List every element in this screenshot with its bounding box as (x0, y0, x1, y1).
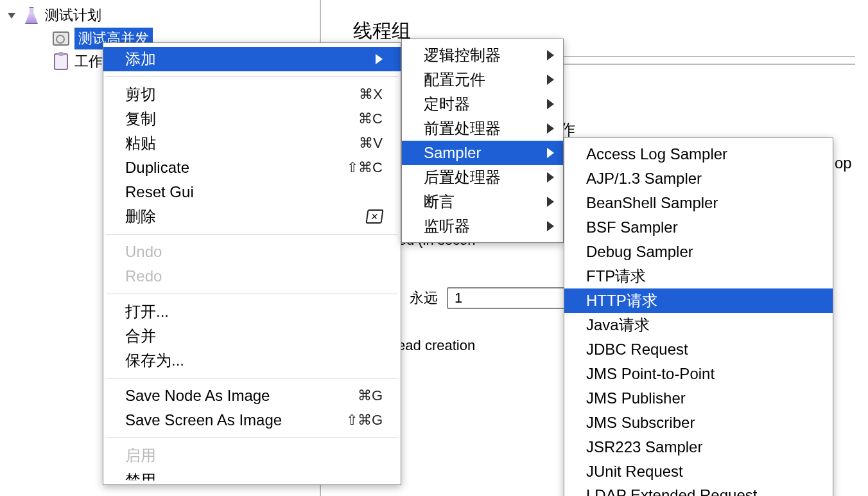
submenu-preprocessor[interactable]: 前置处理器 (402, 116, 563, 141)
menu-savenode-label: Save Node As Image (125, 387, 270, 405)
submenu-arrow-icon (547, 50, 554, 60)
sampler-bsf[interactable]: BSF Sampler (564, 215, 833, 240)
menu-open[interactable]: 打开... (103, 299, 401, 324)
submenu-sampler[interactable]: Sampler (402, 141, 563, 165)
menu-separator (106, 234, 398, 235)
sampler-label: AJP/1.3 Sampler (586, 170, 702, 188)
submenu-timer[interactable]: 定时器 (402, 92, 563, 116)
sampler-ftp[interactable]: FTP请求 (564, 264, 833, 288)
sampler-http[interactable]: HTTP请求 (564, 288, 833, 313)
disclosure-icon[interactable] (8, 13, 15, 19)
submenu-label: Sampler (424, 144, 481, 162)
sampler-jdbc[interactable]: JDBC Request (564, 337, 833, 362)
sampler-ajp[interactable]: AJP/1.3 Sampler (564, 166, 833, 191)
submenu-label: 前置处理器 (424, 118, 501, 139)
menu-cut[interactable]: 剪切 ⌘X (103, 82, 401, 107)
shortcut-text: ⌘V (359, 135, 383, 152)
submenu-sampler-list: Access Log Sampler AJP/1.3 Sampler BeanS… (564, 137, 833, 496)
clipboard-icon (51, 52, 71, 71)
sampler-label: JSR223 Sampler (586, 438, 702, 456)
menu-savescreen-label: Save Screen As Image (125, 411, 282, 429)
sampler-jsr223[interactable]: JSR223 Sampler (564, 435, 833, 459)
menu-separator (106, 294, 398, 294)
menu-reset-gui[interactable]: Reset Gui (103, 180, 401, 204)
sampler-label: JMS Subscriber (586, 414, 695, 432)
menu-enable: 启用 (103, 443, 401, 468)
menu-delete[interactable]: 删除 × (103, 204, 401, 229)
sampler-ldap-extended[interactable]: LDAP Extended Request (564, 484, 833, 496)
sampler-debug[interactable]: Debug Sampler (564, 240, 833, 264)
menu-merge[interactable]: 合并 (103, 324, 401, 348)
submenu-postprocessor[interactable]: 后置处理器 (402, 165, 563, 190)
menu-undo: Undo (103, 240, 401, 264)
menu-open-label: 打开... (125, 301, 169, 322)
sampler-label: Java请求 (586, 315, 650, 335)
sampler-junit[interactable]: JUnit Request (564, 459, 833, 484)
submenu-config-element[interactable]: 配置元件 (402, 67, 563, 92)
sampler-jms-publisher[interactable]: JMS Publisher (564, 386, 833, 411)
sampler-jms-p2p[interactable]: JMS Point-to-Point (564, 362, 833, 386)
menu-separator (106, 76, 398, 77)
sampler-label: JMS Point-to-Point (586, 365, 715, 383)
menu-paste[interactable]: 粘贴 ⌘V (103, 131, 401, 155)
sampler-label: JUnit Request (586, 463, 683, 481)
menu-add[interactable]: 添加 (103, 47, 401, 71)
submenu-arrow-icon (547, 75, 554, 85)
menu-save-as[interactable]: 保存为... (103, 348, 401, 373)
sampler-label: JMS Publisher (586, 389, 686, 407)
submenu-arrow-icon (547, 197, 554, 207)
menu-duplicate[interactable]: Duplicate ⇧⌘C (103, 155, 401, 180)
shortcut-text: ⌘C (358, 111, 383, 127)
menu-dup-label: Duplicate (125, 159, 189, 177)
tree-row-plan[interactable]: 测试计划 (0, 4, 320, 27)
submenu-assertions[interactable]: 断言 (402, 190, 563, 214)
menu-paste-label: 粘贴 (125, 133, 156, 154)
submenu-label: 断言 (424, 191, 455, 212)
submenu-add: 逻辑控制器 配置元件 定时器 前置处理器 Sampler 后置处理器 断言 监听… (401, 39, 564, 243)
menu-redo-label: Redo (125, 267, 162, 285)
menu-add-label: 添加 (125, 49, 156, 69)
loop-text-fragment: op (835, 154, 852, 172)
submenu-arrow-icon (547, 99, 554, 109)
loop-count-input[interactable] (447, 287, 575, 309)
menu-copy-label: 复制 (125, 109, 156, 129)
menu-disable[interactable]: 禁用 (103, 468, 401, 481)
sampler-label: BSF Sampler (586, 218, 678, 236)
sampler-label: FTP请求 (586, 266, 646, 287)
sampler-label: HTTP请求 (586, 290, 657, 311)
menu-undo-label: Undo (125, 243, 162, 261)
submenu-arrow-icon (376, 54, 383, 64)
menu-redo: Redo (103, 264, 401, 288)
submenu-label: 配置元件 (424, 69, 485, 90)
submenu-label: 定时器 (424, 94, 470, 114)
context-menu: 添加 剪切 ⌘X 复制 ⌘C 粘贴 ⌘V Duplicate ⇧⌘C Reset… (103, 42, 401, 485)
menu-delete-label: 删除 (125, 206, 156, 227)
shortcut-text: ⌘X (359, 86, 383, 103)
sampler-java[interactable]: Java请求 (564, 313, 833, 337)
menu-save-screen-image[interactable]: Save Screen As Image ⇧⌘G (103, 408, 401, 432)
shortcut-text: ⇧⌘C (347, 159, 383, 176)
submenu-logic-controller[interactable]: 逻辑控制器 (402, 43, 563, 67)
menu-reset-label: Reset Gui (125, 183, 194, 201)
sampler-access-log[interactable]: Access Log Sampler (564, 142, 833, 166)
menu-enable-label: 启用 (125, 445, 156, 466)
submenu-label: 后置处理器 (424, 167, 501, 188)
submenu-arrow-icon (547, 148, 554, 158)
menu-copy[interactable]: 复制 ⌘C (103, 107, 401, 131)
menu-saveas-label: 保存为... (125, 350, 184, 371)
submenu-label: 逻辑控制器 (424, 45, 501, 66)
shortcut-text: ⌘G (358, 387, 383, 404)
menu-separator (106, 378, 398, 378)
tree-label-plan: 测试计划 (45, 6, 101, 25)
sampler-jms-subscriber[interactable]: JMS Subscriber (564, 411, 833, 435)
sampler-label: Access Log Sampler (586, 145, 727, 163)
sampler-beanshell[interactable]: BeanShell Sampler (564, 191, 833, 215)
menu-save-node-image[interactable]: Save Node As Image ⌘G (103, 384, 401, 408)
sampler-label: JDBC Request (586, 341, 688, 359)
thread-group-icon (51, 29, 71, 48)
flask-icon (22, 6, 41, 25)
submenu-listener[interactable]: 监听器 (402, 214, 563, 238)
sampler-label: LDAP Extended Request (586, 486, 757, 496)
submenu-arrow-icon (547, 123, 554, 134)
shortcut-text: ⇧⌘G (346, 412, 383, 429)
